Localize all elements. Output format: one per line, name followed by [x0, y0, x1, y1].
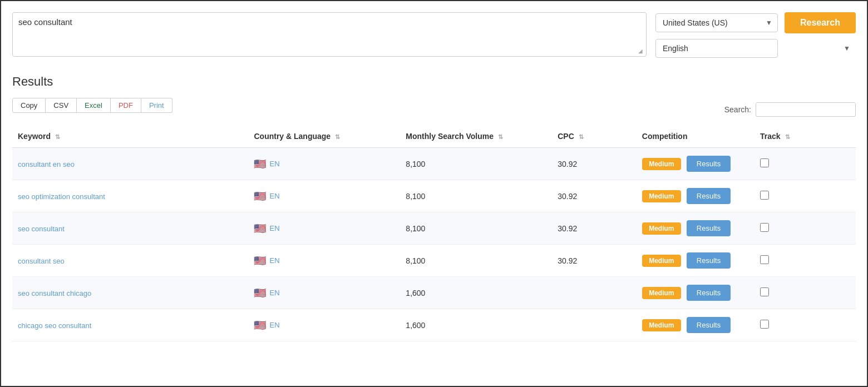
results-button[interactable]: Results [687, 156, 731, 172]
table-search-input[interactable] [756, 102, 856, 117]
table-row: consultant en seo🇺🇸EN8,10030.92MediumRes… [12, 148, 856, 180]
table-header-row: Keyword ⇅ Country & Language ⇅ Monthly S… [12, 125, 856, 148]
lang-code: EN [269, 160, 279, 168]
flag-icon: 🇺🇸 [254, 190, 266, 202]
right-controls: United States (US) United Kingdom (UK) C… [655, 12, 856, 58]
country-select-wrap: United States (US) United Kingdom (UK) C… [655, 13, 778, 32]
keyword-link[interactable]: seo optimization consultant [18, 192, 105, 201]
lang-code: EN [269, 289, 279, 297]
track-cell [754, 180, 856, 212]
results-button[interactable]: Results [687, 188, 731, 204]
volume-cell: 1,600 [400, 277, 552, 309]
language-chevron-icon: ▼ [844, 44, 850, 52]
competition-badge: Medium [642, 319, 681, 331]
col-header-track: Track ⇅ [754, 125, 856, 148]
competition-cell: MediumResults [637, 180, 754, 212]
results-button[interactable]: Results [687, 317, 731, 333]
competition-badge: Medium [642, 287, 681, 299]
lang-code: EN [269, 192, 279, 200]
volume-cell: 8,100 [400, 212, 552, 245]
country-select[interactable]: United States (US) United Kingdom (UK) C… [655, 13, 778, 32]
col-header-keyword: Keyword ⇅ [12, 125, 248, 148]
competition-badge: Medium [642, 255, 681, 267]
research-button[interactable]: Research [785, 12, 856, 33]
country-language-cell: 🇺🇸EN [254, 158, 394, 170]
col-header-country: Country & Language ⇅ [248, 125, 400, 148]
competition-badge: Medium [642, 158, 681, 170]
track-cell [754, 212, 856, 245]
track-cell [754, 277, 856, 309]
track-checkbox[interactable] [760, 191, 769, 200]
flag-icon: 🇺🇸 [254, 255, 266, 267]
competition-cell: MediumResults [637, 148, 754, 180]
country-language-cell: 🇺🇸EN [254, 319, 394, 331]
cpc-cell: 30.92 [552, 212, 637, 245]
track-checkbox[interactable] [760, 255, 769, 264]
table-search-label: Search: [724, 105, 751, 114]
language-select[interactable]: English Spanish French German [655, 39, 778, 58]
country-language-cell: 🇺🇸EN [254, 287, 394, 299]
keyword-link[interactable]: consultant en seo [18, 160, 75, 168]
track-checkbox[interactable] [760, 158, 769, 167]
cpc-cell: 30.92 [552, 148, 637, 180]
csv-button[interactable]: CSV [46, 98, 77, 113]
track-checkbox[interactable] [760, 320, 769, 329]
results-section: Results Copy CSV Excel PDF Print Search:… [12, 75, 856, 341]
keyword-link[interactable]: seo consultant [18, 225, 65, 233]
copy-button[interactable]: Copy [12, 98, 46, 113]
country-language-cell: 🇺🇸EN [254, 190, 394, 202]
results-title: Results [12, 75, 856, 89]
col-header-volume: Monthly Search Volume ⇅ [400, 125, 552, 148]
lang-code: EN [269, 321, 279, 329]
competition-cell: MediumResults [637, 277, 754, 309]
competition-cell: MediumResults [637, 245, 754, 277]
competition-badge: Medium [642, 190, 681, 202]
flag-icon: 🇺🇸 [254, 158, 266, 170]
search-input[interactable]: seo consultant [18, 17, 640, 51]
excel-button[interactable]: Excel [77, 98, 111, 113]
volume-sort-icon[interactable]: ⇅ [498, 133, 503, 141]
table-row: seo optimization consultant🇺🇸EN8,10030.9… [12, 180, 856, 212]
cpc-sort-icon[interactable]: ⇅ [579, 133, 584, 141]
keyword-link[interactable]: chicago seo consultant [18, 321, 91, 330]
cpc-cell [552, 309, 637, 341]
flag-icon: 🇺🇸 [254, 222, 266, 235]
table-row: consultant seo🇺🇸EN8,10030.92MediumResult… [12, 245, 856, 277]
col-header-competition: Competition [637, 125, 754, 148]
volume-cell: 8,100 [400, 245, 552, 277]
cpc-cell: 30.92 [552, 245, 637, 277]
country-language-cell: 🇺🇸EN [254, 222, 394, 235]
main-container: seo consultant ◢ United States (US) Unit… [0, 0, 868, 387]
results-button[interactable]: Results [687, 252, 731, 269]
search-box: seo consultant ◢ [12, 12, 647, 57]
pdf-button[interactable]: PDF [111, 98, 141, 113]
flag-icon: 🇺🇸 [254, 319, 266, 331]
track-checkbox[interactable] [760, 287, 769, 296]
table-controls: Copy CSV Excel PDF Print Search: [12, 98, 856, 121]
results-button[interactable]: Results [687, 220, 731, 236]
table-search-wrap: Search: [724, 102, 856, 117]
table-row: seo consultant chicago🇺🇸EN1,600MediumRes… [12, 277, 856, 309]
volume-cell: 8,100 [400, 180, 552, 212]
track-checkbox[interactable] [760, 223, 769, 232]
keyword-link[interactable]: seo consultant chicago [18, 289, 91, 297]
country-language-cell: 🇺🇸EN [254, 255, 394, 267]
keyword-sort-icon[interactable]: ⇅ [55, 133, 60, 141]
lang-code: EN [269, 256, 279, 265]
volume-cell: 1,600 [400, 309, 552, 341]
competition-cell: MediumResults [637, 212, 754, 245]
lang-code: EN [269, 224, 279, 232]
cpc-cell [552, 277, 637, 309]
results-button[interactable]: Results [687, 285, 731, 301]
print-button[interactable]: Print [141, 98, 172, 113]
table-row: chicago seo consultant🇺🇸EN1,600MediumRes… [12, 309, 856, 341]
top-section: seo consultant ◢ United States (US) Unit… [12, 12, 856, 58]
results-table: Keyword ⇅ Country & Language ⇅ Monthly S… [12, 125, 856, 341]
track-cell [754, 309, 856, 341]
keyword-link[interactable]: consultant seo [18, 257, 65, 265]
language-select-wrap: English Spanish French German ▼ [655, 39, 856, 58]
flag-icon: 🇺🇸 [254, 287, 266, 299]
track-sort-icon[interactable]: ⇅ [785, 133, 790, 141]
table-row: seo consultant🇺🇸EN8,10030.92MediumResult… [12, 212, 856, 245]
country-sort-icon[interactable]: ⇅ [335, 133, 340, 141]
